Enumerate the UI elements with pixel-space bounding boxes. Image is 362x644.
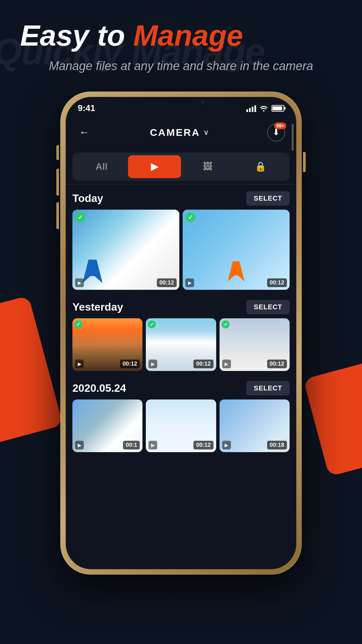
yesterday-select-button[interactable]: SELECT: [246, 300, 290, 314]
date-media-grid: ▶ 00:1 ▶ 00:12 ▶ 00:18: [72, 399, 290, 452]
today-thumb-2: [183, 210, 290, 290]
date-item-1[interactable]: ▶ 00:1: [72, 399, 142, 452]
play-icon-y1: ▶: [75, 360, 84, 368]
play-icon-2: ▶: [185, 278, 194, 287]
hero-subtitle: Manage files at any time and share in th…: [20, 58, 342, 74]
play-icon-y3: ▶: [222, 360, 231, 368]
play-icon-d2: ▶: [148, 441, 157, 449]
scroll-indicator: [292, 124, 294, 151]
hero-section: Easy to Manage Manage files at any time …: [0, 0, 362, 85]
hero-title-white: Easy to: [20, 19, 133, 52]
check-mark-1: ✓: [75, 212, 85, 222]
download-button[interactable]: ⬇ 99+: [266, 122, 286, 143]
phone-notch: [147, 97, 215, 108]
notification-badge: 99+: [274, 122, 286, 129]
signal-strength-icon: [246, 105, 256, 112]
duration-y3: 00:12: [267, 360, 287, 368]
lock-tab-icon: 🔒: [255, 161, 266, 172]
status-time: 9:41: [78, 103, 95, 113]
app-header: ← CAMERA ∨ ⬇ 99+: [66, 116, 296, 149]
today-item-2[interactable]: ✓ ▶ 00:12: [183, 210, 290, 290]
duration-y1: 00:12: [120, 360, 140, 368]
duration-2: 00:12: [267, 278, 287, 287]
battery-icon: [272, 105, 284, 112]
today-item-1[interactable]: ✓ ▶ 00:12: [72, 210, 179, 290]
check-mark-y1: ✓: [74, 320, 82, 328]
today-section-header: Today SELECT: [72, 184, 290, 210]
today-thumb-1: [72, 210, 179, 290]
phone-power-button: [303, 152, 306, 172]
date-section-header: 2020.05.24 SELECT: [72, 374, 290, 399]
photo-tab-icon: 🖼: [203, 161, 212, 172]
tab-lock[interactable]: 🔒: [234, 155, 287, 178]
yesterday-item-2[interactable]: ✓ ▶ 00:12: [146, 318, 216, 371]
phone-outer-frame: 9:41: [60, 92, 302, 575]
tab-all[interactable]: All: [75, 155, 128, 178]
signal-bar-2: [249, 108, 251, 112]
date-title: 2020.05.24: [72, 382, 126, 394]
play-icon-1: ▶: [75, 278, 84, 287]
back-arrow-icon: ←: [79, 126, 89, 139]
today-select-button[interactable]: SELECT: [246, 191, 290, 206]
date-select-button[interactable]: SELECT: [246, 381, 290, 395]
phone-front-camera: [200, 100, 205, 104]
yesterday-media-grid: ✓ ▶ 00:12 ✓ ▶ 00:12 ✓: [72, 318, 290, 371]
yesterday-title: Yesterday: [72, 301, 123, 313]
signal-bar-1: [246, 109, 248, 112]
video-tab-icon: ▶: [151, 161, 158, 172]
phone-mockup: 9:41: [0, 92, 362, 575]
play-icon-d1: ▶: [75, 441, 84, 449]
media-scroll-content[interactable]: Today SELECT ✓ ▶ 00:12: [66, 184, 296, 564]
battery-tip: [284, 107, 286, 110]
tab-video[interactable]: ▶: [128, 155, 181, 178]
yesterday-section-header: Yesterday SELECT: [72, 293, 290, 318]
phone-volume-up-button: [56, 169, 59, 196]
status-icons: [246, 105, 284, 112]
hero-title-orange: Manage: [133, 19, 243, 52]
back-button[interactable]: ←: [76, 124, 93, 141]
duration-d2: 00:12: [193, 441, 213, 449]
wifi-icon: [259, 105, 268, 112]
filter-tabs: All ▶ 🖼 🔒: [72, 153, 290, 181]
camera-title-text: CAMERA: [150, 127, 200, 138]
duration-1: 00:12: [157, 278, 177, 287]
skier-figure-2: [228, 261, 245, 281]
duration-d3: 00:18: [267, 441, 287, 449]
date-item-2[interactable]: ▶ 00:12: [146, 399, 216, 452]
signal-bar-4: [254, 105, 256, 112]
chevron-down-icon: ∨: [203, 128, 209, 137]
hero-title: Easy to Manage: [20, 20, 342, 51]
date-item-3[interactable]: ▶ 00:18: [220, 399, 290, 452]
app-content: ← CAMERA ∨ ⬇ 99+ A: [66, 116, 296, 569]
camera-title-button[interactable]: CAMERA ∨: [150, 127, 209, 138]
tab-photo[interactable]: 🖼: [181, 155, 234, 178]
tab-all-label: All: [96, 161, 108, 172]
duration-y2: 00:12: [193, 360, 213, 368]
today-title: Today: [72, 192, 103, 205]
phone-mute-button: [56, 145, 59, 160]
play-icon-d3: ▶: [222, 441, 231, 449]
battery-fill: [273, 106, 282, 110]
duration-d1: 00:1: [123, 441, 140, 449]
today-media-grid: ✓ ▶ 00:12 ✓ ▶ 00:12: [72, 210, 290, 290]
phone-speaker: [168, 100, 194, 103]
skier-figure-1: [82, 260, 103, 283]
play-icon-y2: ▶: [148, 360, 157, 368]
signal-bar-3: [252, 107, 253, 112]
phone-screen: 9:41: [66, 97, 296, 569]
check-mark-y3: ✓: [222, 320, 230, 328]
phone-volume-down-button: [56, 202, 59, 229]
check-mark-2: ✓: [185, 212, 195, 222]
yesterday-item-1[interactable]: ✓ ▶ 00:12: [72, 318, 142, 371]
yesterday-item-3[interactable]: ✓ ▶ 00:12: [220, 318, 290, 371]
